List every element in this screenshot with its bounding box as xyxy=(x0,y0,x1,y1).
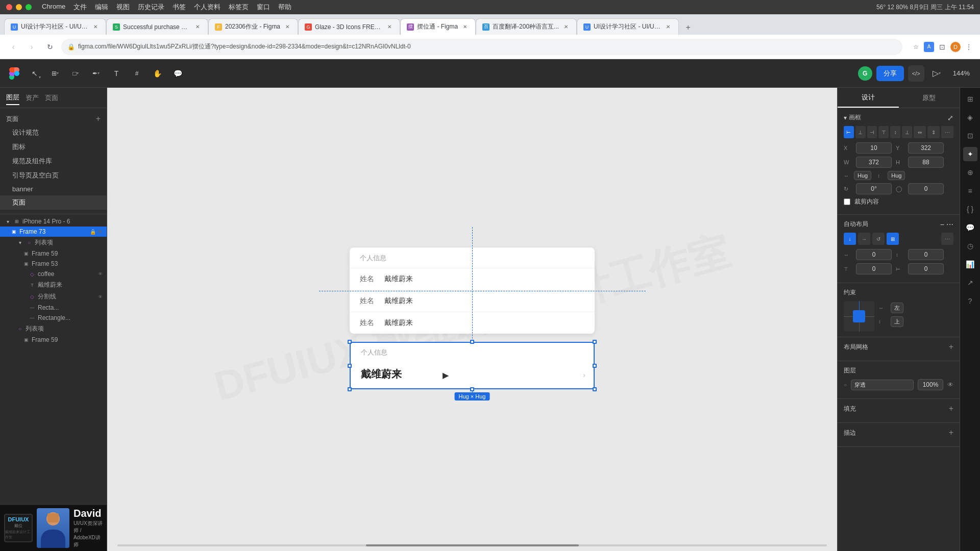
developer-icon[interactable]: { } xyxy=(963,202,977,216)
comments-icon[interactable]: 💬 xyxy=(963,220,977,235)
forward-button[interactable]: › xyxy=(24,40,39,54)
align-bottom-btn[interactable]: ⊥ xyxy=(902,126,912,138)
mac-menu-profile[interactable]: 个人资料 xyxy=(194,3,220,12)
grid-btn[interactable]: ⊞ xyxy=(887,233,899,245)
layer-divider[interactable]: ◇ 分割线 👁 xyxy=(0,291,107,303)
corner-input[interactable] xyxy=(908,183,944,194)
resize-handle-mr[interactable] xyxy=(593,364,597,368)
mac-window-controls[interactable] xyxy=(6,4,32,10)
layers-tab[interactable]: 图层 xyxy=(6,91,19,105)
page-item-1[interactable]: 设计规范 xyxy=(0,126,107,140)
browser-tab-7[interactable]: U UI设计学习社区 - UI/UX... ✕ xyxy=(577,18,679,35)
mac-menu-file[interactable]: 文件 xyxy=(74,3,87,12)
tab-close-3[interactable]: ✕ xyxy=(283,23,291,31)
prototype-tab[interactable]: 原型 xyxy=(899,88,960,108)
page-item-6[interactable]: 页面 xyxy=(0,195,107,210)
pen-tool-btn[interactable]: ✒ ▾ xyxy=(88,65,104,82)
mac-maximize-btn[interactable] xyxy=(26,4,32,10)
add-fill-button[interactable]: + xyxy=(949,404,953,413)
resize-handle-bl[interactable] xyxy=(348,387,352,391)
design-tab[interactable]: 设计 xyxy=(838,88,899,108)
text-tool-btn[interactable]: T xyxy=(108,65,125,82)
extension-icon-1[interactable]: A xyxy=(924,42,934,52)
help-icon[interactable]: ? xyxy=(963,294,977,308)
move-tool-btn[interactable]: ↖ ▾ xyxy=(27,65,43,82)
wrap-btn[interactable]: ↺ xyxy=(872,233,885,245)
h-gap-input[interactable] xyxy=(856,249,892,260)
mac-menu-history[interactable]: 历史记录 xyxy=(138,3,164,12)
plugins-icon[interactable]: ⊕ xyxy=(963,165,977,180)
layer-rect-2[interactable]: — Rectangle... xyxy=(0,313,107,323)
frame-section-collapse-icon[interactable]: ▾ xyxy=(844,114,847,121)
resize-handle-ml[interactable] xyxy=(348,364,352,368)
mac-menu-window[interactable]: 窗口 xyxy=(257,3,270,12)
align-right-btn[interactable]: ⊣ xyxy=(867,126,877,138)
padding-side-input[interactable] xyxy=(908,263,944,274)
tab-close-7[interactable]: ✕ xyxy=(664,23,672,31)
play-button[interactable]: ▷ ▾ xyxy=(928,65,945,82)
canvas-scrollbar[interactable] xyxy=(107,544,837,547)
mac-close-btn[interactable] xyxy=(6,4,12,10)
menu-icon[interactable]: ⋮ xyxy=(964,42,974,52)
zoom-level[interactable]: 144% xyxy=(949,67,974,79)
layer-text-david[interactable]: T 戴维蔚来 xyxy=(0,279,107,291)
design-panel-icon[interactable]: ✦ xyxy=(963,147,977,161)
new-tab-button[interactable]: + xyxy=(681,20,695,35)
extension-icon-2[interactable]: ⊡ xyxy=(937,42,947,52)
direction-down-btn[interactable]: ↓ xyxy=(844,233,856,245)
shape-tool-btn[interactable]: □ ▾ xyxy=(67,65,84,82)
direction-right-btn[interactable]: → xyxy=(858,233,870,245)
frame-tool-btn[interactable]: ⊞ ▾ xyxy=(47,65,63,82)
page-item-4[interactable]: 引导页及空白页 xyxy=(0,168,107,183)
mac-menu-edit[interactable]: 编辑 xyxy=(95,3,108,12)
browser-tab-3[interactable]: F 202306作业 - Figma ✕ xyxy=(208,18,298,35)
page-item-5[interactable]: banner xyxy=(0,183,107,195)
browser-tab-1[interactable]: U UI设计学习社区 - UI/UX... ✕ xyxy=(4,18,106,35)
add-page-button[interactable]: + xyxy=(96,114,101,123)
resize-handle-bm[interactable] xyxy=(470,387,474,391)
rotation-input[interactable] xyxy=(856,183,892,194)
mac-minimize-btn[interactable] xyxy=(16,4,22,10)
share-panel-icon[interactable]: ↗ xyxy=(963,276,977,290)
align-center-h-btn[interactable]: ⊥ xyxy=(855,126,866,138)
url-input[interactable]: 🔒 figma.com/file/WW6DgiulLlts1wu5PZxRLi/… xyxy=(61,39,902,55)
v-gap-input[interactable] xyxy=(908,249,944,260)
page-item-3[interactable]: 规范及组件库 xyxy=(0,154,107,168)
v-constraint-value[interactable]: 上 xyxy=(891,316,903,327)
distribute-h-btn[interactable]: ⇔ xyxy=(914,126,926,138)
figma-canvas[interactable]: DFUIUX 戴维蔚来设计工作室 个人信息 姓名 戴维蔚来 姓名 戴维 xyxy=(107,88,837,551)
mac-menu-bookmarks[interactable]: 书签 xyxy=(173,3,186,12)
analytics-icon[interactable]: 📊 xyxy=(963,257,977,271)
layer-list-item-2[interactable]: ○ 列表项 xyxy=(0,323,107,335)
page-item-2[interactable]: 图标 xyxy=(0,140,107,154)
y-input[interactable] xyxy=(908,142,944,154)
bookmark-icon[interactable]: ☆ xyxy=(911,42,921,52)
variables-icon[interactable]: ≡ xyxy=(963,184,977,198)
add-stroke-button[interactable]: + xyxy=(949,428,953,437)
share-button[interactable]: 分享 xyxy=(876,66,904,81)
more-align-btn[interactable]: ⋯ xyxy=(941,126,953,138)
browser-tab-4[interactable]: G Glaze - 3D Icons FREE S... ✕ xyxy=(298,18,400,35)
hug-y-value[interactable]: Hug xyxy=(888,171,905,180)
resources-tool-btn[interactable]: # xyxy=(129,65,145,82)
layer-rect-1[interactable]: — Recta... xyxy=(0,303,107,313)
align-top-btn[interactable]: ⊤ xyxy=(878,126,889,138)
tab-close-4[interactable]: ✕ xyxy=(385,23,394,31)
padding-top-input[interactable] xyxy=(856,263,892,274)
hand-tool-btn[interactable]: ✋ xyxy=(149,65,165,82)
layer-frame-59-2[interactable]: ▣ Frame 59 xyxy=(0,335,107,345)
blend-mode-value[interactable]: 穿透 xyxy=(851,380,914,390)
w-input[interactable] xyxy=(856,157,892,168)
layer-frame-73[interactable]: ▣ Frame 73 🔒 👁 xyxy=(0,227,107,237)
frame-73[interactable]: 个人信息 戴维蔚来 ▶ › xyxy=(350,342,595,389)
align-left-btn[interactable]: ⊢ xyxy=(844,126,854,138)
layer-frame-59[interactable]: ▣ Frame 59 xyxy=(0,248,107,259)
layer-coffee[interactable]: ◇ coffee 👁 xyxy=(0,269,107,279)
tab-close-2[interactable]: ✕ xyxy=(193,23,202,31)
h-input[interactable] xyxy=(908,157,944,168)
styles-icon[interactable]: ⊡ xyxy=(963,129,977,143)
resize-handle-tm[interactable] xyxy=(470,340,474,344)
x-input[interactable] xyxy=(856,142,892,154)
auto-layout-minus-icon[interactable]: − xyxy=(940,220,944,229)
tab-close-1[interactable]: ✕ xyxy=(91,23,100,31)
